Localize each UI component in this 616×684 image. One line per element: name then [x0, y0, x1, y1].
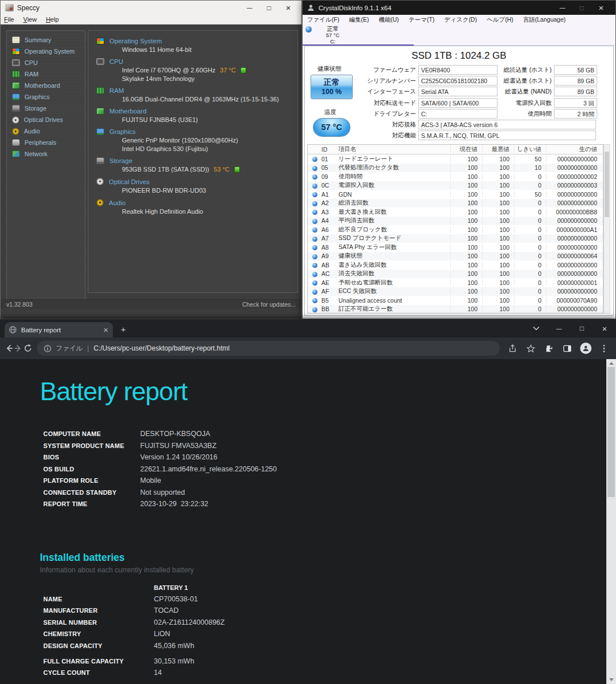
disk-tab-c[interactable]: 正常 57 °C C:	[303, 25, 414, 46]
sidebar-item[interactable]: CPU	[7, 57, 85, 68]
page-scrollbar[interactable]	[606, 359, 616, 684]
smart-row[interactable]: 05 代替処理済のセクタ数 100 100 10 000000000000	[308, 164, 603, 173]
smart-row[interactable]: A7 SSD プロテクトモード 100 100 0 000000000000	[308, 234, 603, 243]
forward-button[interactable]	[14, 340, 23, 356]
info-value: 2023-10-29 23:22:32	[140, 498, 616, 510]
scrollbar-thumb[interactable]	[605, 152, 609, 217]
smart-row[interactable]: A4 平均消去回数 100 100 0 000000000000	[308, 217, 603, 226]
reload-button[interactable]	[23, 340, 32, 356]
back-button[interactable]	[5, 340, 14, 356]
attribute-current: 100	[450, 262, 482, 268]
section-title[interactable]: RAM	[109, 87, 124, 94]
section-title[interactable]: Motherboard	[109, 108, 146, 115]
smart-row[interactable]: AE 予期せぬ電源断回数 100 100 0 000000000001	[308, 278, 603, 287]
smart-row[interactable]: AF ECC 失敗回数 100 100 0 000000000000	[308, 287, 603, 296]
smart-row[interactable]: AC 消去失敗回数 100 100 0 000000000000	[308, 270, 603, 279]
attribute-raw: 000000000BB8	[546, 209, 603, 215]
smart-table-scrollbar[interactable]	[603, 144, 610, 314]
sidebar-item[interactable]: Graphics	[7, 91, 85, 103]
section-title[interactable]: Operating System	[109, 38, 162, 44]
minimize-button[interactable]	[548, 319, 570, 337]
close-button[interactable]	[279, 1, 298, 15]
cdi-titlebar[interactable]: CrystalDiskInfo 9.1.1 x64	[303, 1, 615, 15]
sidebar-item-icon	[12, 71, 20, 78]
attribute-name: SATA Phy エラー回数	[338, 243, 450, 251]
sidebar-item-label: Peripherals	[25, 139, 56, 146]
smart-row[interactable]: A8 SATA Phy エラー回数 100 100 0 000000000000	[308, 243, 603, 252]
section-title[interactable]: Audio	[109, 199, 125, 206]
attribute-name: 健康状態	[338, 252, 450, 260]
close-button[interactable]	[591, 1, 611, 15]
tab-search-chevron-icon[interactable]	[525, 319, 548, 337]
scrollbar-thumb[interactable]	[607, 367, 615, 497]
smart-row[interactable]: 01 リードエラーレート 100 100 50 000000000000	[308, 154, 603, 164]
address-bar[interactable]: ファイル | C:/Users/pc-user/Desktop/battery-…	[37, 341, 500, 356]
section-title[interactable]: Storage	[109, 157, 132, 164]
share-icon[interactable]	[505, 341, 520, 356]
page-info-icon[interactable]	[44, 345, 51, 352]
maximize-button[interactable]	[259, 1, 279, 15]
smart-row[interactable]: A2 総消去回数 100 100 0 000000000000	[308, 199, 603, 208]
profile-avatar[interactable]	[578, 341, 593, 356]
smart-row[interactable]: BB 訂正不可能エラー数 100 100 0 000000000000	[308, 305, 603, 314]
section-title[interactable]: Graphics	[109, 128, 136, 135]
sidebar-item[interactable]: RAM	[7, 68, 85, 80]
sidebar-item[interactable]: Optical Drives	[7, 114, 85, 125]
smart-row[interactable]: 0C 電源投入回数 100 100 0 000000000003	[308, 181, 603, 190]
smart-row[interactable]: A3 最大書き換え回数 100 100 0 000000000BB8	[308, 207, 603, 217]
menu-item[interactable]: 機能(U)	[378, 16, 399, 24]
attribute-name: リードエラーレート	[338, 155, 450, 163]
tab-close-icon[interactable]	[103, 325, 108, 335]
scroll-down-icon[interactable]	[609, 678, 614, 681]
section-title[interactable]: Optical Drives	[109, 178, 150, 185]
field-label: シリアルナンバー	[367, 77, 416, 85]
extensions-puzzle-icon[interactable]	[542, 341, 557, 356]
sidebar-item[interactable]: Summary	[7, 34, 85, 46]
info-label: PLATFORM ROLE	[43, 475, 140, 487]
smart-row[interactable]: B5 Unaligned access count 100 100 0 0000…	[308, 296, 603, 305]
attribute-threshold: 0	[514, 306, 546, 312]
sidebar-item[interactable]: Storage	[7, 103, 85, 114]
menu-item[interactable]: View	[23, 16, 37, 23]
smart-row[interactable]: 09 使用時間 100 100 0 000000000002	[308, 172, 603, 181]
section-title[interactable]: CPU	[109, 58, 123, 65]
attribute-id: 05	[321, 164, 338, 171]
attribute-current: 100	[450, 226, 482, 233]
close-button[interactable]	[593, 319, 616, 337]
minimize-button[interactable]	[553, 1, 572, 15]
menu-item[interactable]: テーマ(T)	[409, 16, 434, 24]
menu-item[interactable]: 編集(E)	[349, 16, 369, 24]
speccy-menubar: File View Help	[1, 15, 301, 25]
maximize-button[interactable]	[570, 319, 593, 337]
menu-item[interactable]: Help	[46, 16, 59, 23]
check-updates-link[interactable]: Check for updates...	[242, 301, 296, 308]
smart-row[interactable]: AB 書き込み失敗回数 100 100 0 000000000000	[308, 260, 603, 270]
attribute-status-icon	[312, 201, 317, 206]
menu-item[interactable]: File	[4, 16, 14, 23]
bookmark-star-icon[interactable]	[524, 341, 539, 356]
menu-item[interactable]: ディスク(D)	[444, 16, 477, 24]
sidebar-item[interactable]: Operating System	[7, 46, 85, 57]
section-icon	[96, 38, 104, 44]
attribute-id: A9	[321, 253, 338, 259]
menu-item[interactable]: 言語(Language)	[523, 16, 566, 24]
menu-item[interactable]: ヘルプ(H)	[487, 16, 513, 24]
new-tab-button[interactable]	[121, 324, 126, 334]
sidebar-item[interactable]: Peripherals	[7, 137, 85, 148]
smart-row[interactable]: A1 GDN 100 100 50 000000000000	[308, 190, 603, 199]
speccy-titlebar[interactable]: Speccy	[1, 1, 301, 15]
browser-tab[interactable]: Battery report	[5, 322, 113, 337]
side-panel-icon[interactable]	[560, 341, 575, 356]
scroll-up-icon[interactable]	[609, 362, 614, 365]
menu-item[interactable]: ファイル(F)	[307, 16, 339, 24]
browser-menu-kebab-icon[interactable]	[597, 341, 611, 356]
maximize-button[interactable]	[572, 1, 591, 15]
smart-row[interactable]: A9 健康状態 100 100 0 000000000064	[308, 252, 603, 261]
sidebar-item[interactable]: Motherboard	[7, 80, 85, 91]
sidebar-item[interactable]: Audio	[7, 125, 85, 137]
smart-row[interactable]: A6 総不良ブロック数 100 100 0 0000000000A1	[308, 225, 603, 234]
minimize-button[interactable]	[240, 1, 259, 15]
sidebar-item[interactable]: Network	[7, 148, 85, 160]
attribute-raw: 000000000003	[546, 182, 603, 189]
attribute-worst: 100	[482, 156, 514, 162]
